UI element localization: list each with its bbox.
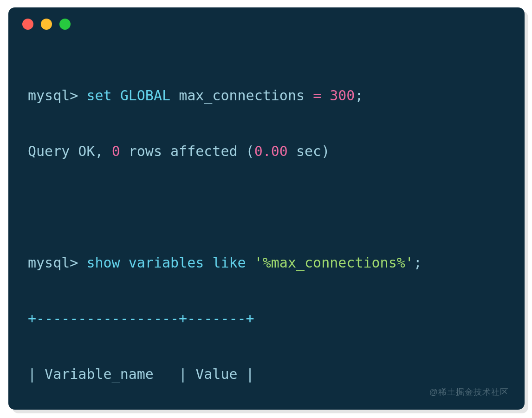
- terminal-window: mysql> set GLOBAL max_connections = 300;…: [8, 7, 525, 410]
- keyword-global: GLOBAL: [120, 87, 170, 104]
- table-border-top: +-----------------+-------+: [28, 305, 505, 333]
- number-300: 300: [330, 87, 355, 104]
- window-titlebar: [8, 7, 525, 41]
- prompt: mysql>: [28, 255, 86, 271]
- blank-line: [28, 193, 505, 221]
- prompt: mysql>: [28, 87, 86, 104]
- keyword-show: show: [86, 255, 120, 271]
- semicolon: ;: [414, 255, 422, 271]
- minimize-icon[interactable]: [41, 19, 52, 30]
- line-show-variables: mysql> show variables like '%max_connect…: [28, 249, 505, 277]
- terminal-output: mysql> set GLOBAL max_connections = 300;…: [8, 41, 525, 410]
- line-query-ok: Query OK, 0 rows affected (0.00 sec): [28, 137, 505, 165]
- keyword-set: set: [86, 87, 111, 104]
- watermark: @稀土掘金技术社区: [429, 386, 509, 398]
- keyword-variables: variables: [129, 255, 204, 271]
- table-header-row: | Variable_name | Value |: [28, 360, 505, 388]
- variable-name: max_connections: [179, 87, 305, 104]
- operator-equals: =: [313, 87, 321, 104]
- string-literal: '%max_connections%': [254, 255, 414, 271]
- semicolon: ;: [355, 87, 363, 104]
- close-icon[interactable]: [22, 19, 33, 30]
- zoom-icon[interactable]: [59, 19, 71, 30]
- keyword-like: like: [212, 255, 246, 271]
- line-set-global: mysql> set GLOBAL max_connections = 300;: [28, 82, 505, 110]
